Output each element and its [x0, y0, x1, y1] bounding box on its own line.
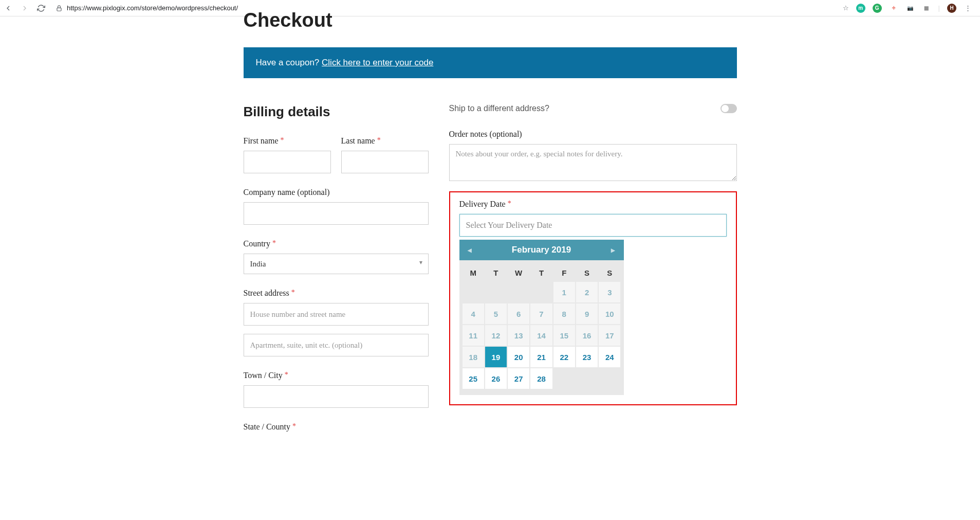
coupon-link[interactable]: Click here to enter your code: [322, 58, 433, 67]
town-label: Town / City*: [244, 371, 429, 380]
coupon-notice: Have a coupon? Click here to enter your …: [244, 47, 737, 78]
calendar-day: [485, 282, 507, 302]
back-icon[interactable]: [4, 4, 12, 12]
state-label: State / County*: [244, 422, 429, 432]
extension-icon[interactable]: G: [873, 4, 882, 13]
street-label: Street address*: [244, 289, 429, 298]
company-label: Company name (optional): [244, 188, 429, 197]
calendar-day[interactable]: 9: [576, 303, 598, 324]
calendar-day[interactable]: 27: [508, 368, 529, 389]
delivery-date-section: Delivery Date* ◀ February 2019 ▶ MTWTFSS…: [449, 191, 737, 405]
calendar-day[interactable]: 15: [553, 325, 575, 346]
url-text: https://www.pixlogix.com/store/demo/word…: [67, 4, 238, 12]
calendar-day: [576, 368, 598, 389]
extension-icon[interactable]: ✧: [889, 4, 898, 13]
calendar-day: [463, 282, 484, 302]
calendar-day-header: T: [530, 264, 552, 281]
calendar-day[interactable]: 10: [599, 303, 620, 324]
first-name-field[interactable]: [244, 151, 331, 173]
town-field[interactable]: [244, 385, 429, 408]
calendar-day-header: S: [576, 264, 598, 281]
calendar-day[interactable]: 5: [485, 303, 507, 324]
bookmark-star-icon[interactable]: ☆: [843, 4, 849, 12]
extension-icon[interactable]: m: [856, 4, 865, 13]
calendar-month-year: February 2019: [512, 245, 571, 255]
company-field[interactable]: [244, 202, 429, 225]
delivery-date-label: Delivery Date*: [459, 200, 727, 209]
calendar-day[interactable]: 2: [576, 282, 598, 302]
street-field[interactable]: [244, 303, 429, 326]
calendar-day-header: T: [485, 264, 507, 281]
calendar-day[interactable]: 20: [508, 347, 529, 367]
page-title: Checkout: [244, 9, 737, 27]
lock-icon: [56, 5, 63, 12]
calendar-day[interactable]: 28: [530, 368, 552, 389]
calendar-day[interactable]: 21: [530, 347, 552, 367]
country-label: Country*: [244, 239, 429, 248]
calendar-day[interactable]: 19: [485, 347, 507, 367]
calendar-day: [508, 282, 529, 302]
prev-month-icon[interactable]: ◀: [467, 247, 473, 253]
calendar-day: [530, 282, 552, 302]
calendar-day-header: F: [553, 264, 575, 281]
calendar-day-header: M: [463, 264, 484, 281]
menu-icon[interactable]: ⋮: [964, 4, 972, 12]
reload-icon[interactable]: [37, 4, 45, 12]
calendar-day: [599, 368, 620, 389]
calendar-day[interactable]: 22: [553, 347, 575, 367]
billing-heading: Billing details: [244, 104, 429, 120]
profile-avatar-icon[interactable]: H: [947, 4, 956, 13]
calendar-day-header: S: [599, 264, 620, 281]
calendar-day[interactable]: 12: [485, 325, 507, 346]
calendar-day[interactable]: 25: [463, 368, 484, 389]
country-select[interactable]: India: [244, 254, 429, 274]
coupon-prompt: Have a coupon?: [256, 58, 322, 67]
calendar-day[interactable]: 23: [576, 347, 598, 367]
calendar-day[interactable]: 16: [576, 325, 598, 346]
calendar-day: [553, 368, 575, 389]
calendar-day[interactable]: 24: [599, 347, 620, 367]
calendar-day[interactable]: 3: [599, 282, 620, 302]
extension-icon[interactable]: ▦: [922, 4, 931, 13]
calendar-day[interactable]: 11: [463, 325, 484, 346]
calendar-day[interactable]: 7: [530, 303, 552, 324]
next-month-icon[interactable]: ▶: [610, 247, 616, 253]
calendar-day[interactable]: 1: [553, 282, 575, 302]
last-name-field[interactable]: [341, 151, 429, 173]
ship-toggle[interactable]: [720, 104, 737, 113]
calendar-day[interactable]: 6: [508, 303, 529, 324]
calendar-day[interactable]: 8: [553, 303, 575, 324]
first-name-label: First name*: [244, 136, 331, 146]
svg-rect-0: [57, 8, 61, 11]
calendar-day[interactable]: 17: [599, 325, 620, 346]
delivery-date-field[interactable]: [459, 214, 727, 237]
apartment-field[interactable]: [244, 334, 429, 356]
calendar-day[interactable]: 14: [530, 325, 552, 346]
order-notes-label: Order notes (optional): [449, 130, 737, 139]
calendar-day[interactable]: 13: [508, 325, 529, 346]
calendar-day[interactable]: 18: [463, 347, 484, 367]
calendar-day[interactable]: 4: [463, 303, 484, 324]
extension-icon[interactable]: 📷: [905, 4, 915, 13]
last-name-label: Last name*: [341, 136, 429, 146]
calendar-day-header: W: [508, 264, 529, 281]
calendar-day[interactable]: 26: [485, 368, 507, 389]
ship-toggle-label: Ship to a different address?: [449, 104, 549, 113]
order-notes-field[interactable]: [449, 144, 737, 181]
datepicker: ◀ February 2019 ▶ MTWTFSS123456789101112…: [459, 240, 624, 395]
address-bar[interactable]: https://www.pixlogix.com/store/demo/word…: [51, 4, 837, 12]
forward-icon[interactable]: [21, 4, 29, 12]
